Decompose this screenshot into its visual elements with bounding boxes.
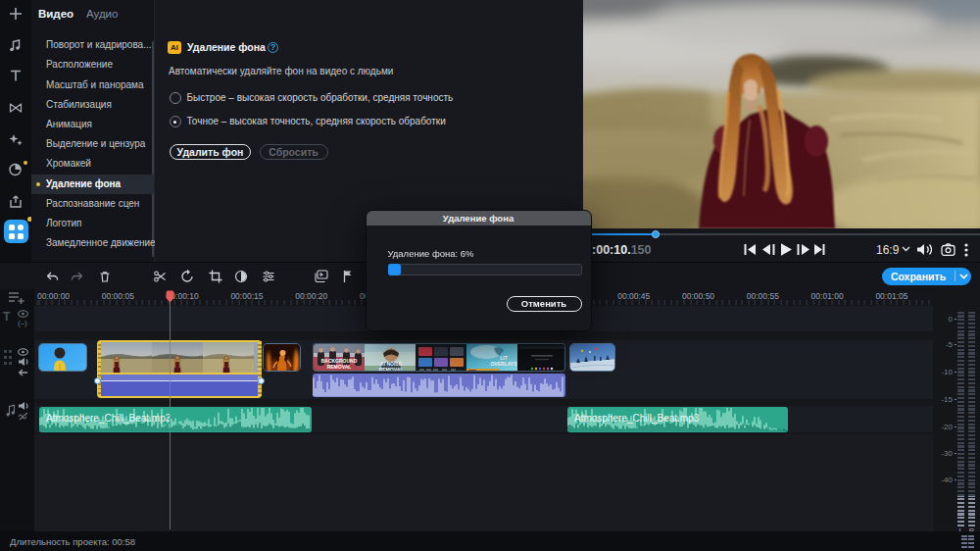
svg-text:OVERLAYS: OVERLAYS: [490, 361, 517, 367]
svg-text:REMOVAL: REMOVAL: [327, 364, 352, 370]
svg-text:REMOVAL: REMOVAL: [379, 367, 404, 373]
